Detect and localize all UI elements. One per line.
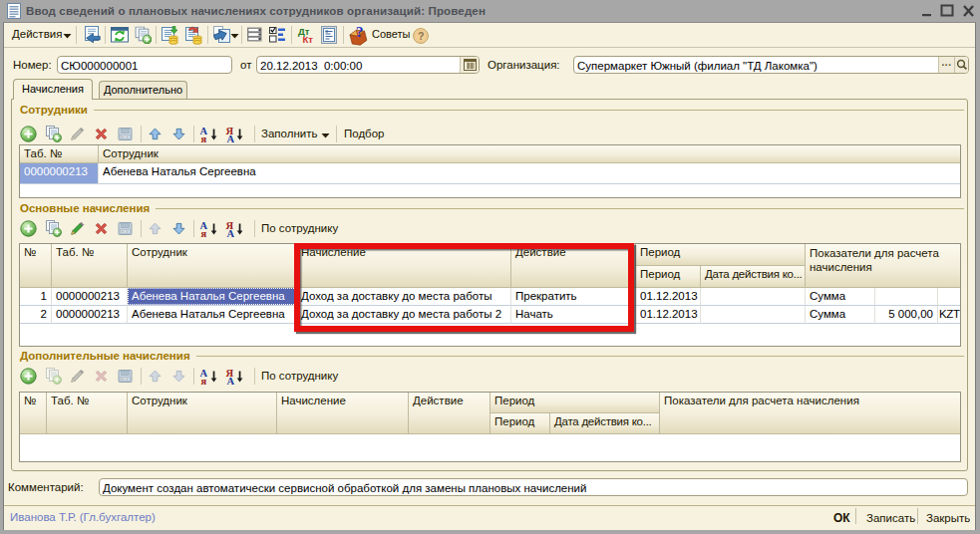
svg-text:?: ? [356, 25, 364, 40]
svg-text:Кт: Кт [303, 34, 314, 44]
svg-text:?: ? [418, 30, 424, 42]
